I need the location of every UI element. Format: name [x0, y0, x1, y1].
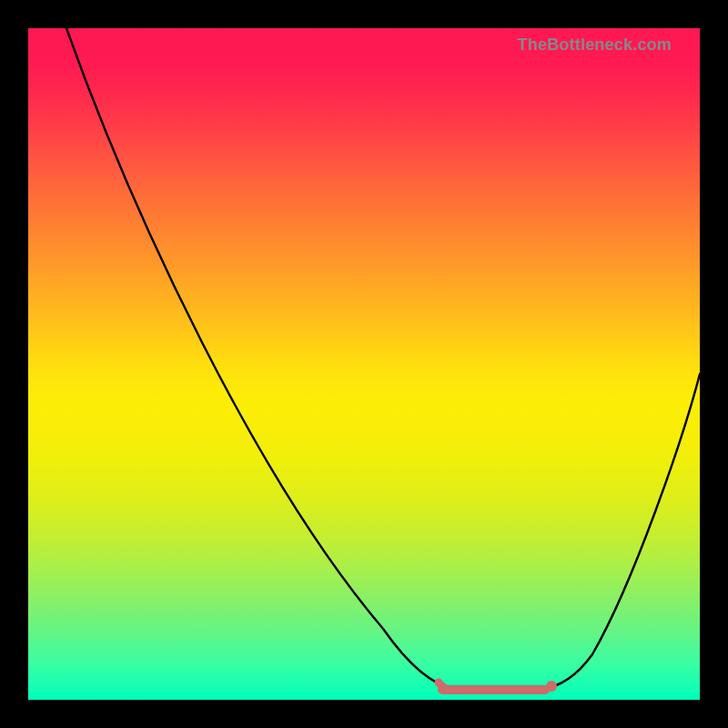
chart-frame: TheBottleneck.com: [0, 0, 728, 728]
curve-left: [66, 28, 700, 690]
bottleneck-curve: [28, 28, 700, 700]
plot-area: TheBottleneck.com: [28, 28, 700, 700]
trough-dip: [439, 682, 456, 690]
ideal-point-marker: [546, 681, 557, 692]
